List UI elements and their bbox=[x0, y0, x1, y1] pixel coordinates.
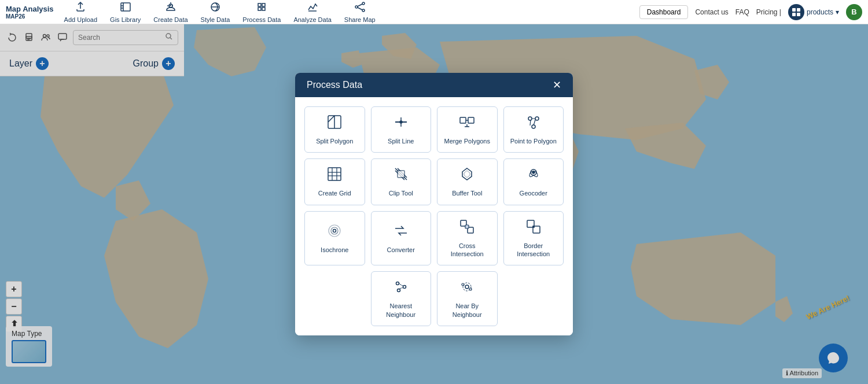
brand: Map Analysis MAP26 bbox=[6, 5, 54, 20]
modal-close-button[interactable]: ✕ bbox=[553, 80, 561, 90]
svg-point-33 bbox=[329, 225, 340, 237]
svg-point-35 bbox=[333, 229, 336, 232]
point-to-polygon-icon bbox=[525, 114, 542, 132]
nav-tool-process-data[interactable]: Process Data bbox=[238, 0, 285, 24]
svg-rect-18 bbox=[460, 117, 466, 123]
create-grid-icon bbox=[326, 166, 343, 184]
svg-rect-23 bbox=[328, 168, 341, 180]
split-polygon-card[interactable]: Split Polygon bbox=[304, 106, 365, 153]
process-data-label: Process Data bbox=[242, 16, 281, 23]
converter-icon bbox=[393, 223, 409, 241]
merge-polygons-icon bbox=[459, 114, 475, 132]
style-data-label: Style Data bbox=[201, 16, 230, 23]
svg-marker-30 bbox=[464, 171, 470, 178]
style-data-icon bbox=[209, 1, 221, 15]
add-upload-icon bbox=[75, 1, 86, 15]
merge-polygons-label: Merge Polygons bbox=[444, 137, 491, 145]
svg-marker-29 bbox=[462, 168, 472, 180]
converter-card[interactable]: Converter bbox=[371, 211, 432, 266]
geocoder-label: Geocoder bbox=[520, 189, 547, 197]
border-intersection-card[interactable]: Border Intersection bbox=[503, 211, 564, 266]
create-data-label: Create Data bbox=[153, 16, 187, 23]
svg-point-21 bbox=[535, 117, 539, 120]
split-polygon-icon bbox=[326, 114, 343, 132]
nav-tool-share-map[interactable]: Share Map bbox=[340, 0, 380, 24]
navbar: Map Analysis MAP26 Add Upload Gis Librar… bbox=[0, 0, 868, 24]
products-section[interactable]: products ▾ bbox=[788, 4, 839, 20]
border-intersection-label: Border Intersection bbox=[509, 242, 559, 259]
svg-rect-41 bbox=[533, 226, 534, 227]
svg-point-3 bbox=[362, 2, 365, 5]
products-chevron-icon: ▾ bbox=[836, 8, 839, 16]
contact-link[interactable]: Contact us bbox=[695, 8, 728, 16]
near-by-neighbour-card[interactable]: Near By Neighbour bbox=[437, 271, 498, 326]
cross-intersection-card[interactable]: Cross Intersection bbox=[437, 211, 498, 266]
point-to-polygon-card[interactable]: Point to Polygon bbox=[503, 106, 564, 153]
nav-tools: Add Upload Gis Library Create Data bbox=[60, 0, 639, 24]
create-data-icon bbox=[165, 1, 176, 15]
clip-tool-card[interactable]: Clip Tool bbox=[371, 158, 432, 205]
svg-rect-6 bbox=[792, 8, 796, 12]
svg-point-43 bbox=[403, 286, 406, 289]
faq-link[interactable]: FAQ bbox=[735, 8, 749, 16]
svg-point-5 bbox=[362, 9, 365, 12]
isochrone-icon bbox=[326, 223, 343, 241]
split-line-card[interactable]: Split Line bbox=[371, 106, 432, 153]
modal-body: Split Polygon Split Line bbox=[295, 97, 573, 335]
nearest-neighbour-label: Nearest Neighbour bbox=[376, 302, 426, 319]
clip-tool-label: Clip Tool bbox=[389, 189, 413, 197]
buffer-tool-label: Buffer Tool bbox=[452, 189, 482, 197]
nav-tool-style-data[interactable]: Style Data bbox=[196, 0, 235, 24]
gis-library-icon bbox=[120, 1, 131, 15]
modal-overlay: Process Data ✕ Split Polygon bbox=[0, 24, 868, 384]
near-by-neighbour-icon bbox=[459, 279, 475, 297]
converter-label: Converter bbox=[387, 246, 415, 254]
brand-title: Map Analysis bbox=[6, 5, 54, 13]
create-grid-card[interactable]: Create Grid bbox=[304, 158, 365, 205]
nearest-neighbour-card[interactable]: Nearest Neighbour bbox=[371, 271, 432, 326]
nav-tool-analyze-data[interactable]: Analyze Data bbox=[289, 0, 336, 24]
svg-rect-0 bbox=[121, 3, 130, 11]
merge-polygons-card[interactable]: Merge Polygons bbox=[437, 106, 498, 153]
navbar-right: Dashboard Contact us FAQ Pricing | produ… bbox=[639, 4, 862, 20]
nav-tool-gis-library[interactable]: Gis Library bbox=[105, 0, 145, 24]
create-grid-label: Create Grid bbox=[318, 189, 351, 197]
share-map-icon bbox=[354, 1, 366, 15]
svg-point-47 bbox=[462, 283, 464, 286]
gis-library-label: Gis Library bbox=[110, 16, 141, 23]
clip-tool-icon bbox=[393, 166, 409, 184]
user-avatar[interactable]: B bbox=[846, 4, 862, 20]
svg-point-42 bbox=[396, 282, 399, 285]
svg-point-20 bbox=[528, 117, 532, 120]
buffer-tool-card[interactable]: Buffer Tool bbox=[437, 158, 498, 205]
dashboard-button[interactable]: Dashboard bbox=[639, 5, 689, 19]
isochrone-label: Isochrone bbox=[321, 246, 348, 254]
nav-tool-create-data[interactable]: Create Data bbox=[149, 0, 192, 24]
products-icon bbox=[788, 4, 804, 20]
svg-rect-19 bbox=[468, 117, 474, 123]
split-line-icon bbox=[393, 114, 409, 132]
svg-rect-9 bbox=[797, 13, 800, 16]
near-by-neighbour-label: Near By Neighbour bbox=[442, 302, 492, 319]
nearest-neighbour-icon bbox=[393, 279, 409, 297]
geocoder-card[interactable]: Geocoder bbox=[503, 158, 564, 205]
nav-tool-add-upload[interactable]: Add Upload bbox=[60, 0, 102, 24]
svg-rect-7 bbox=[797, 8, 800, 12]
analyze-data-label: Analyze Data bbox=[293, 16, 331, 23]
svg-point-45 bbox=[465, 285, 469, 289]
split-line-label: Split Line bbox=[388, 137, 414, 145]
border-intersection-icon bbox=[525, 219, 542, 237]
point-to-polygon-label: Point to Polygon bbox=[510, 137, 557, 145]
modal-header: Process Data ✕ bbox=[295, 73, 573, 97]
brand-sub: MAP26 bbox=[6, 13, 25, 20]
split-polygon-label: Split Polygon bbox=[316, 137, 353, 145]
svg-rect-28 bbox=[398, 171, 404, 178]
share-map-label: Share Map bbox=[344, 16, 376, 23]
svg-point-17 bbox=[400, 121, 402, 123]
analyze-data-icon bbox=[307, 1, 318, 15]
process-data-icon bbox=[256, 1, 267, 15]
isochrone-card[interactable]: Isochrone bbox=[304, 211, 365, 266]
svg-point-32 bbox=[532, 171, 535, 173]
cross-intersection-label: Cross Intersection bbox=[442, 242, 492, 259]
pricing-link[interactable]: Pricing | bbox=[756, 8, 781, 16]
